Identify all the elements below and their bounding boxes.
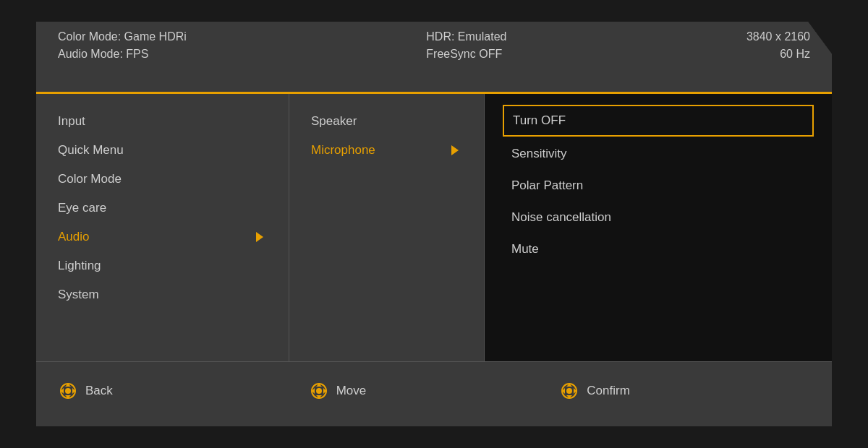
back-joystick-icon bbox=[58, 381, 78, 401]
option-item-polar-pattern-label: Polar Pattern bbox=[511, 178, 583, 192]
menu-item-lighting-label: Lighting bbox=[58, 259, 101, 273]
option-item-turn-off[interactable]: Turn OFF bbox=[503, 105, 814, 137]
confirm-action[interactable]: Confirm bbox=[559, 381, 810, 401]
svg-point-1 bbox=[65, 388, 71, 394]
move-action[interactable]: Move bbox=[309, 381, 560, 401]
resolution-label: 3840 x 2160 bbox=[746, 30, 810, 43]
microphone-arrow-icon bbox=[451, 145, 459, 155]
option-item-sensitivity-label: Sensitivity bbox=[511, 147, 567, 160]
submenu-item-speaker[interactable]: Speaker bbox=[311, 108, 462, 134]
menu-item-quick-menu[interactable]: Quick Menu bbox=[58, 137, 267, 163]
submenu-item-speaker-label: Speaker bbox=[311, 114, 357, 129]
hz-label: 60 Hz bbox=[780, 48, 810, 61]
hdr-label: HDR: Emulated bbox=[426, 30, 506, 43]
option-item-sensitivity[interactable]: Sensitivity bbox=[503, 139, 814, 168]
option-item-noise-cancellation[interactable]: Noise cancellation bbox=[503, 203, 814, 232]
option-item-noise-cancellation-label: Noise cancellation bbox=[511, 210, 611, 224]
right-menu: Turn OFF Sensitivity Polar Pattern Noise… bbox=[485, 94, 832, 361]
move-label: Move bbox=[336, 384, 367, 398]
back-label: Back bbox=[85, 384, 113, 398]
main-window: Color Mode: Game HDRi Audio Mode: FPS HD… bbox=[36, 22, 832, 426]
submenu-item-microphone-label: Microphone bbox=[311, 143, 375, 158]
audio-arrow-icon bbox=[256, 232, 263, 242]
main-content: Input Quick Menu Color Mode Eye care Aud… bbox=[36, 94, 832, 361]
move-joystick-icon bbox=[309, 381, 329, 401]
submenu-item-microphone[interactable]: Microphone bbox=[311, 137, 462, 163]
top-bar-left: Color Mode: Game HDRi Audio Mode: FPS bbox=[58, 30, 187, 61]
left-menu: Input Quick Menu Color Mode Eye care Aud… bbox=[36, 94, 289, 361]
top-bar: Color Mode: Game HDRi Audio Mode: FPS HD… bbox=[36, 22, 832, 94]
menu-item-lighting[interactable]: Lighting bbox=[58, 253, 267, 279]
option-item-mute-label: Mute bbox=[511, 242, 539, 256]
back-action[interactable]: Back bbox=[58, 381, 309, 401]
freesync-label: FreeSync OFF bbox=[426, 48, 506, 61]
menu-item-audio-label: Audio bbox=[58, 230, 89, 244]
top-bar-right: 3840 x 2160 60 Hz bbox=[746, 30, 810, 61]
bottom-bar: Back Move Confirm bbox=[36, 361, 832, 419]
menu-item-audio[interactable]: Audio bbox=[58, 224, 267, 250]
menu-item-color-mode[interactable]: Color Mode bbox=[58, 166, 267, 192]
color-mode-label: Color Mode: Game HDRi bbox=[58, 30, 187, 43]
menu-item-eye-care[interactable]: Eye care bbox=[58, 195, 267, 221]
option-item-polar-pattern[interactable]: Polar Pattern bbox=[503, 171, 814, 200]
option-item-mute[interactable]: Mute bbox=[503, 235, 814, 264]
menu-item-eye-care-label: Eye care bbox=[58, 201, 106, 215]
menu-item-system[interactable]: System bbox=[58, 282, 267, 308]
menu-item-input[interactable]: Input bbox=[58, 108, 267, 134]
svg-point-7 bbox=[316, 388, 322, 394]
menu-item-color-mode-label: Color Mode bbox=[58, 172, 122, 186]
confirm-joystick-icon bbox=[559, 381, 579, 401]
menu-item-input-label: Input bbox=[58, 114, 85, 129]
svg-point-13 bbox=[566, 388, 572, 394]
menu-item-quick-menu-label: Quick Menu bbox=[58, 143, 124, 158]
audio-mode-label: Audio Mode: FPS bbox=[58, 48, 187, 61]
option-item-turn-off-label: Turn OFF bbox=[513, 113, 566, 127]
middle-menu: Speaker Microphone bbox=[289, 94, 485, 361]
top-bar-center: HDR: Emulated FreeSync OFF bbox=[426, 30, 506, 61]
confirm-label: Confirm bbox=[587, 384, 630, 398]
menu-item-system-label: System bbox=[58, 288, 99, 302]
